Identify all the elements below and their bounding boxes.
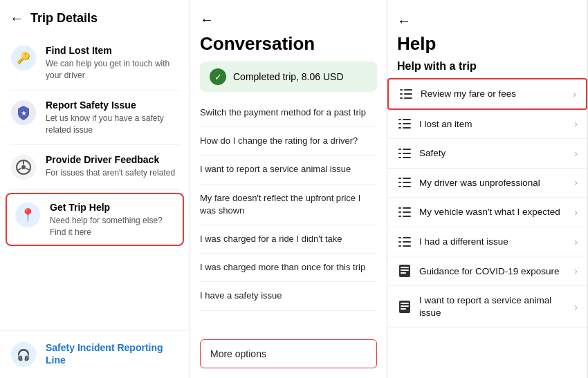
option-switch-payment[interactable]: Switch the payment method for a past tri…	[200, 99, 377, 127]
panel1-title: Trip Details	[30, 11, 98, 26]
svg-rect-55	[401, 303, 409, 304]
svg-rect-48	[403, 241, 411, 243]
trip-details-panel: ← Trip Details 🔑 Find Lost Item We can h…	[0, 0, 190, 378]
panel2-back-button[interactable]: ←	[200, 12, 214, 28]
panel3-back-button[interactable]: ←	[397, 13, 411, 29]
svg-rect-57	[401, 308, 406, 310]
back-button[interactable]: ←	[10, 10, 24, 26]
svg-rect-15	[400, 93, 403, 95]
svg-rect-34	[398, 186, 401, 187]
help-item-safety-label: Safety	[419, 147, 570, 160]
option-change-rating[interactable]: How do I change the rating for a driver?	[200, 127, 377, 155]
option-safety-issue[interactable]: I have a safety issue	[200, 282, 377, 310]
chevron-right-icon-driver: ›	[574, 177, 578, 188]
list-icon-fare	[398, 89, 414, 99]
svg-rect-25	[403, 127, 411, 129]
svg-rect-19	[404, 97, 412, 99]
menu-item-driver-feedback-text: Provide Driver Feedback For issues that …	[46, 153, 180, 179]
menu-item-safety[interactable]: ★ Report Safety Issue Let us know if you…	[0, 91, 190, 144]
svg-rect-35	[403, 178, 411, 179]
svg-rect-53	[401, 272, 406, 274]
svg-rect-51	[401, 267, 409, 268]
panel3-header: ←	[387, 0, 587, 33]
svg-rect-32	[398, 178, 401, 179]
svg-rect-23	[403, 119, 411, 120]
svg-rect-18	[404, 93, 412, 95]
option-charged-ride[interactable]: I was charged for a ride I didn't take	[200, 225, 377, 254]
divider3	[10, 189, 180, 190]
svg-rect-30	[403, 153, 411, 154]
help-item-lost-item[interactable]: I lost an item ›	[387, 110, 587, 140]
menu-item-driver-feedback-title: Provide Driver Feedback	[46, 153, 180, 166]
menu-item-trip-help-desc: Need help for something else? Find it he…	[50, 215, 176, 238]
trip-badge-text: Completed trip, 8.06 USD	[233, 71, 344, 82]
more-options-button[interactable]: More options	[200, 339, 377, 368]
menu-item-safety-text: Report Safety Issue Let us know if you h…	[46, 99, 180, 136]
help-item-driver-unprofessional[interactable]: My driver was unprofessional ›	[387, 169, 587, 198]
safety-reporting-line[interactable]: 🎧 Safety Incident Reporting Line	[0, 330, 190, 378]
chevron-right-icon-fare: ›	[573, 88, 576, 100]
key-icon: 🔑	[10, 44, 37, 72]
svg-text:🎧: 🎧	[17, 348, 30, 361]
svg-rect-27	[398, 153, 401, 154]
help-item-review-fare[interactable]: Review my fare or fees ›	[387, 78, 587, 110]
menu-item-find-lost-title: Find Lost Item	[46, 44, 180, 57]
option-fare-reflect[interactable]: My fare doesn't reflect the upfront pric…	[200, 185, 377, 225]
menu-item-find-lost-text: Find Lost Item We can help you get in to…	[46, 44, 180, 82]
trip-details-menu: 🔑 Find Lost Item We can help you get in …	[0, 33, 190, 330]
help-item-safety[interactable]: Safety ›	[387, 139, 587, 169]
check-icon: ✓	[210, 68, 226, 85]
help-item-service-animal[interactable]: I want to report a service animal issue …	[387, 286, 587, 328]
conversation-options-list: Switch the payment method for a past tri…	[190, 99, 387, 334]
help-item-vehicle-label: My vehicle wasn't what I expected	[419, 206, 570, 218]
svg-rect-41	[403, 207, 411, 209]
svg-rect-22	[398, 127, 401, 129]
svg-rect-40	[398, 216, 401, 217]
menu-item-trip-help[interactable]: 📍 Get Trip Help Need help for something …	[6, 193, 184, 247]
svg-text:★: ★	[21, 109, 27, 117]
svg-rect-45	[398, 241, 401, 243]
panel3-title-container: Help	[387, 33, 587, 57]
menu-item-safety-title: Report Safety Issue	[46, 99, 180, 111]
svg-text:🔑: 🔑	[17, 51, 30, 64]
panel2-title-container: Conversation	[190, 33, 387, 57]
svg-rect-39	[398, 211, 401, 213]
option-service-animal[interactable]: I want to report a service animal issue	[200, 155, 377, 184]
svg-rect-29	[403, 149, 411, 150]
trip-badge: ✓ Completed trip, 8.06 USD	[200, 62, 377, 92]
footer-text: Safety Incident Reporting Line	[46, 341, 180, 368]
svg-rect-16	[400, 97, 403, 99]
svg-rect-56	[401, 305, 409, 307]
help-item-different-issue[interactable]: I had a different issue ›	[387, 227, 587, 257]
list-icon-safety	[397, 149, 412, 158]
help-item-different-label: I had a different issue	[419, 236, 570, 248]
help-item-vehicle-wrong[interactable]: My vehicle wasn't what I expected ›	[387, 198, 587, 227]
map-pin-icon: 📍	[14, 201, 42, 229]
menu-item-driver-feedback[interactable]: Provide Driver Feedback For issues that …	[0, 145, 190, 189]
svg-rect-33	[398, 182, 401, 183]
panel2-header: ←	[190, 0, 387, 33]
help-item-covid[interactable]: Guidance for COVID-19 exposure ›	[387, 256, 587, 286]
list-icon-lost	[397, 119, 412, 129]
chevron-right-icon-covid: ›	[574, 265, 578, 276]
svg-rect-49	[403, 245, 411, 247]
svg-rect-24	[403, 123, 411, 124]
svg-rect-37	[403, 186, 411, 187]
help-item-covid-label: Guidance for COVID-19 exposure	[419, 265, 570, 278]
option-charged-twice[interactable]: I was charged more than once for this tr…	[200, 254, 377, 282]
doc-icon-service-animal	[397, 301, 412, 313]
list-icon-driver	[397, 178, 412, 187]
help-section-title: Help with a trip	[387, 57, 587, 78]
chevron-right-icon-service-animal: ›	[574, 301, 578, 312]
svg-rect-46	[398, 245, 401, 247]
panel1-header: ← Trip Details	[0, 0, 190, 33]
help-item-driver-label: My driver was unprofessional	[419, 177, 570, 189]
help-items-list: Review my fare or fees › I lost an item …	[387, 78, 587, 378]
svg-rect-28	[398, 157, 401, 158]
chevron-right-icon-vehicle: ›	[574, 207, 578, 218]
svg-rect-38	[398, 207, 401, 209]
svg-rect-43	[403, 216, 411, 217]
menu-item-find-lost[interactable]: 🔑 Find Lost Item We can help you get in …	[0, 36, 190, 90]
steering-icon	[10, 153, 37, 181]
svg-rect-47	[403, 237, 411, 238]
